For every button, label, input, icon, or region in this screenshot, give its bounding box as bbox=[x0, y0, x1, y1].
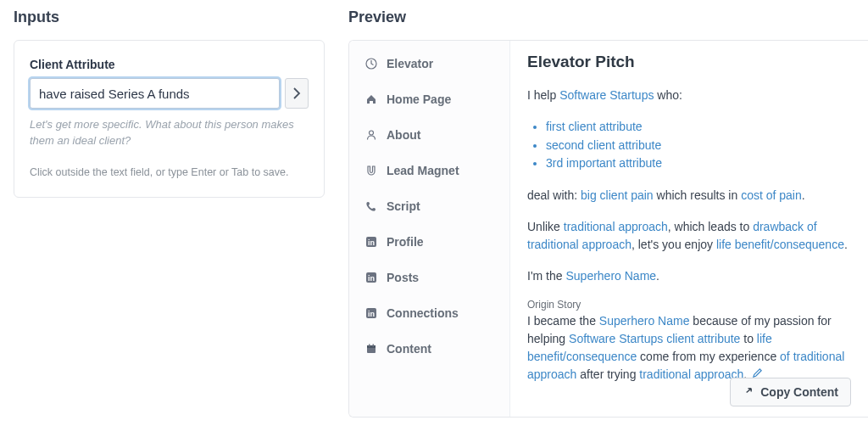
client-attribute-input[interactable] bbox=[30, 78, 280, 109]
svg-rect-10 bbox=[369, 345, 370, 347]
nav-label: Script bbox=[387, 199, 420, 213]
preview-panel: Elevator Home Page About bbox=[348, 40, 868, 418]
link-superhero-name[interactable]: Superhero Name bbox=[599, 314, 690, 328]
svg-rect-11 bbox=[373, 345, 375, 347]
nav-item-profile[interactable]: in Profile bbox=[349, 224, 509, 260]
linkedin-icon: in bbox=[364, 272, 378, 283]
im-the-line: I'm the Superhero Name. bbox=[527, 267, 868, 285]
linkedin-icon: in bbox=[364, 236, 378, 248]
nav-item-home-page[interactable]: Home Page bbox=[349, 81, 509, 117]
nav-item-posts[interactable]: in Posts bbox=[349, 260, 509, 295]
nav-label: Home Page bbox=[387, 92, 451, 106]
unlike-line: Unlike traditional approach, which leads… bbox=[527, 218, 868, 254]
link-traditional-approach[interactable]: traditional approach bbox=[564, 220, 668, 233]
svg-point-1 bbox=[370, 131, 374, 135]
nav-item-script[interactable]: Script bbox=[349, 188, 509, 224]
link-client-attribute[interactable]: client attribute bbox=[666, 332, 740, 345]
nav-label: Connections bbox=[387, 306, 459, 320]
origin-story-label: Origin Story bbox=[527, 299, 868, 311]
helper-text: Let's get more specific. What about this… bbox=[30, 117, 309, 149]
nav-label: Elevator bbox=[387, 57, 433, 70]
phone-icon bbox=[364, 200, 378, 212]
link-software-startups[interactable]: Software Startups bbox=[569, 332, 663, 345]
list-item[interactable]: 3rd important attribute bbox=[546, 154, 868, 173]
nav-label: Content bbox=[387, 342, 431, 356]
nav-label: Posts bbox=[387, 271, 419, 284]
inputs-panel: Client Attribute Let's get more specific… bbox=[14, 40, 325, 198]
magnet-icon bbox=[364, 165, 378, 177]
client-attribute-label: Client Attribute bbox=[30, 58, 309, 71]
inputs-heading: Inputs bbox=[14, 8, 325, 26]
next-button[interactable] bbox=[285, 78, 309, 109]
clock-icon bbox=[364, 58, 378, 70]
preview-main-pane: Elevator Pitch I help Software Startups … bbox=[510, 41, 868, 417]
pitch-intro-line: I help Software Startups who: bbox=[527, 87, 868, 104]
link-traditional-approach[interactable]: traditional approach bbox=[639, 367, 743, 381]
preview-heading: Preview bbox=[348, 8, 868, 26]
user-outline-icon bbox=[364, 129, 378, 141]
linkedin-icon: in bbox=[364, 307, 378, 319]
nav-item-elevator[interactable]: Elevator bbox=[349, 46, 509, 81]
link-cost-of-pain[interactable]: cost of pain bbox=[741, 188, 802, 202]
chevron-right-icon bbox=[292, 87, 301, 99]
calendar-icon bbox=[364, 343, 378, 355]
deal-with-line: deal with: big client pain which results… bbox=[527, 187, 868, 205]
save-hint: Click outside the text field, or type En… bbox=[30, 166, 309, 178]
nav-item-content[interactable]: Content bbox=[349, 331, 509, 367]
link-life-benefit[interactable]: life benefit/consequence bbox=[716, 238, 844, 251]
nav-item-lead-magnet[interactable]: Lead Magnet bbox=[349, 153, 509, 188]
nav-label: Profile bbox=[387, 235, 424, 249]
pitch-title: Elevator Pitch bbox=[527, 53, 868, 71]
svg-rect-9 bbox=[367, 345, 376, 348]
home-icon bbox=[364, 93, 378, 105]
link-superhero-name[interactable]: Superhero Name bbox=[565, 269, 656, 283]
preview-side-nav: Elevator Home Page About bbox=[349, 41, 510, 417]
list-item[interactable]: second client attribute bbox=[546, 137, 868, 155]
list-item[interactable]: first client attribute bbox=[546, 118, 868, 137]
copy-content-button[interactable]: Copy Content bbox=[730, 378, 851, 406]
svg-text:in: in bbox=[368, 274, 375, 283]
share-icon bbox=[743, 387, 754, 398]
link-software-startups[interactable]: Software Startups bbox=[559, 88, 654, 102]
svg-text:in: in bbox=[368, 238, 375, 247]
nav-label: About bbox=[387, 128, 420, 142]
copy-content-label: Copy Content bbox=[760, 385, 838, 399]
svg-text:in: in bbox=[368, 310, 375, 318]
nav-label: Lead Magnet bbox=[387, 164, 459, 177]
client-attribute-list: first client attribute second client att… bbox=[531, 118, 868, 173]
nav-item-about[interactable]: About bbox=[349, 117, 509, 153]
nav-item-connections[interactable]: in Connections bbox=[349, 295, 509, 331]
link-client-pain[interactable]: big client pain bbox=[581, 188, 654, 202]
origin-story-text: I became the Superhero Name because of m… bbox=[527, 312, 868, 384]
